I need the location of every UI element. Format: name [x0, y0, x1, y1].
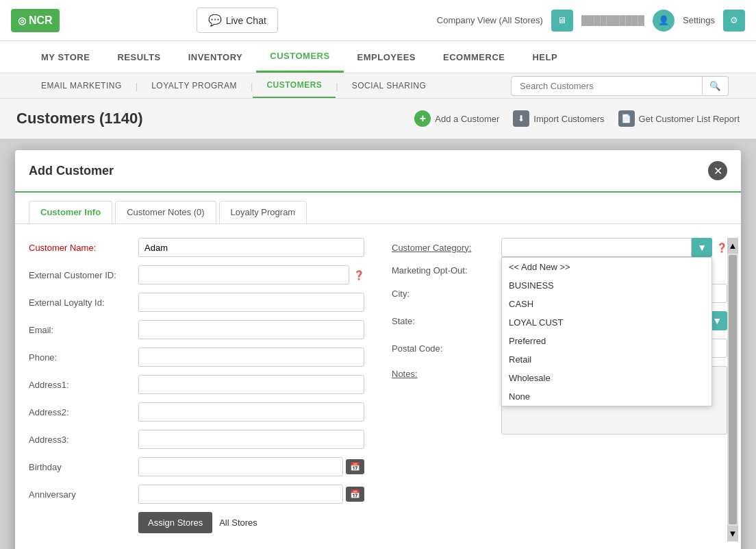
add-customer-modal: Add Customer ✕ Customer Info Customer No… — [15, 150, 741, 549]
add-customer-button[interactable]: + Add a Customer — [414, 110, 499, 127]
assign-stores-button[interactable]: Assign Stores — [138, 512, 212, 533]
main-nav: MY STORE RESULTS INVENTORY CUSTOMERS EMP… — [0, 41, 756, 73]
add-icon: + — [414, 110, 431, 127]
dropdown-retail[interactable]: Retail — [502, 350, 711, 369]
user-avatar-icon[interactable]: 👤 — [653, 10, 675, 32]
external-id-help-icon[interactable]: ❓ — [353, 270, 364, 280]
import-customers-button[interactable]: ⬇ Import Customers — [513, 110, 604, 127]
get-report-label: Get Customer List Report — [639, 114, 740, 124]
search-input[interactable] — [511, 76, 703, 96]
nav-my-store[interactable]: MY STORE — [27, 42, 103, 72]
external-loyalty-group: External Loyalty Id: — [29, 293, 364, 312]
customer-category-group: Customer Category: ▼ << Add New >> BUSIN… — [392, 238, 727, 257]
live-chat-button[interactable]: 💬 Live Chat — [197, 8, 278, 33]
anniversary-group: Anniversary 📅 — [29, 485, 364, 504]
phone-label: Phone: — [29, 352, 138, 363]
chat-icon: 💬 — [208, 14, 222, 27]
dropdown-add-new[interactable]: << Add New >> — [502, 258, 711, 276]
notes-label: Notes: — [392, 366, 501, 379]
address3-input[interactable] — [138, 430, 364, 449]
live-chat-label: Live Chat — [226, 15, 266, 26]
nav-customers[interactable]: CUSTOMERS — [256, 41, 343, 73]
modal-close-button[interactable]: ✕ — [708, 161, 727, 180]
user-name: ██████████ — [581, 15, 644, 25]
all-stores-text: All Stores — [219, 517, 257, 528]
birthday-label: Birthday — [29, 462, 138, 472]
report-icon: 📄 — [618, 110, 635, 127]
top-bar-right: Company View (All Stores) 🖥 ██████████ 👤… — [437, 10, 745, 32]
external-loyalty-input[interactable] — [138, 293, 364, 312]
form-right: Customer Category: ▼ << Add New >> BUSIN… — [392, 238, 727, 541]
dropdown-preferred[interactable]: Preferred — [502, 332, 711, 350]
address2-label: Address2: — [29, 407, 138, 417]
nav-ecommerce[interactable]: ECOMMERCE — [429, 42, 518, 72]
subnav-customers[interactable]: CUSTOMERS — [253, 73, 336, 98]
category-dropdown-button[interactable]: ▼ — [692, 238, 712, 257]
category-help-icon[interactable]: ❓ — [716, 243, 727, 253]
customer-name-group: Customer Name: — [29, 238, 364, 257]
address1-label: Address1: — [29, 380, 138, 390]
marketing-opt-label: Marketing Opt-Out: — [392, 265, 501, 276]
dropdown-loyal-cust[interactable]: LOYAL CUST — [502, 313, 711, 332]
get-report-button[interactable]: 📄 Get Customer List Report — [618, 110, 740, 127]
dropdown-cash[interactable]: CASH — [502, 295, 711, 313]
nav-help[interactable]: HELP — [518, 42, 571, 72]
subnav-email-marketing[interactable]: EMAIL MARKETING — [27, 74, 136, 97]
customer-category-dropdown: << Add New >> BUSINESS CASH LOYAL CUST P… — [501, 257, 712, 406]
page-actions: + Add a Customer ⬇ Import Customers 📄 Ge… — [414, 110, 740, 127]
monitor-icon[interactable]: 🖥 — [551, 10, 573, 32]
add-customer-label: Add a Customer — [435, 114, 499, 124]
scrollbar-down[interactable]: ▼ — [727, 526, 738, 541]
address1-group: Address1: — [29, 375, 364, 394]
company-view-label: Company View (All Stores) — [437, 15, 543, 25]
scrollbar-up[interactable]: ▲ — [727, 238, 738, 254]
settings-label: Settings — [683, 15, 715, 25]
customer-category-input[interactable] — [501, 238, 692, 257]
settings-gear-icon[interactable]: ⚙ — [723, 10, 745, 32]
address1-input[interactable] — [138, 375, 364, 394]
modal-body: Customer Name: External Customer ID: ❓ E… — [15, 224, 741, 549]
address3-group: Address3: — [29, 430, 364, 449]
nav-employees[interactable]: EMPLOYEES — [344, 42, 429, 72]
ncr-circle-icon: ◎ — [18, 15, 26, 26]
phone-input[interactable] — [138, 347, 364, 367]
top-bar: ◎ NCR 💬 Live Chat Company View (All Stor… — [0, 0, 756, 41]
anniversary-calendar-icon[interactable]: 📅 — [346, 487, 364, 502]
search-button[interactable]: 🔍 — [703, 76, 729, 96]
address2-input[interactable] — [138, 402, 364, 422]
external-loyalty-label: External Loyalty Id: — [29, 297, 138, 308]
customer-name-label: Customer Name: — [29, 243, 138, 253]
tab-customer-info[interactable]: Customer Info — [29, 201, 112, 223]
external-id-input[interactable] — [138, 265, 349, 284]
ncr-logo-text: NCR — [29, 14, 53, 27]
dropdown-business[interactable]: BUSINESS — [502, 276, 711, 295]
nav-inventory[interactable]: INVENTORY — [175, 42, 257, 72]
customer-category-label: Customer Category: — [392, 243, 501, 253]
external-id-group: External Customer ID: ❓ — [29, 265, 364, 284]
tab-loyalty-program[interactable]: Loyalty Program — [219, 201, 307, 223]
right-scrollbar[interactable]: ▲ ▼ — [727, 238, 738, 541]
anniversary-input[interactable] — [138, 485, 343, 504]
anniversary-label: Anniversary — [29, 489, 138, 500]
form-left: Customer Name: External Customer ID: ❓ E… — [29, 238, 364, 541]
email-input[interactable] — [138, 320, 364, 339]
subnav-loyalty-program[interactable]: LOYALTY PROGRAM — [138, 74, 251, 97]
email-group: Email: — [29, 320, 364, 339]
address3-label: Address3: — [29, 435, 138, 445]
tab-customer-notes[interactable]: Customer Notes (0) — [115, 201, 216, 223]
page-title: Customers (1140) — [16, 110, 143, 127]
category-input-wrap: ▼ << Add New >> BUSINESS CASH LOYAL CUST… — [501, 238, 712, 257]
modal-title: Add Customer — [29, 164, 114, 178]
birthday-input[interactable] — [138, 457, 343, 476]
subnav-social-sharing[interactable]: SOCIAL SHARING — [338, 74, 440, 97]
customer-name-input[interactable] — [138, 238, 364, 257]
dropdown-wholesale[interactable]: Wholesale — [502, 369, 711, 387]
dropdown-none[interactable]: None — [502, 387, 711, 406]
nav-results[interactable]: RESULTS — [103, 42, 174, 72]
state-label: State: — [392, 316, 501, 326]
modal-tabs: Customer Info Customer Notes (0) Loyalty… — [15, 193, 741, 224]
birthday-calendar-icon[interactable]: 📅 — [346, 459, 364, 474]
import-icon: ⬇ — [513, 110, 529, 127]
scrollbar-thumb[interactable] — [729, 255, 737, 524]
city-label: City: — [392, 289, 501, 299]
